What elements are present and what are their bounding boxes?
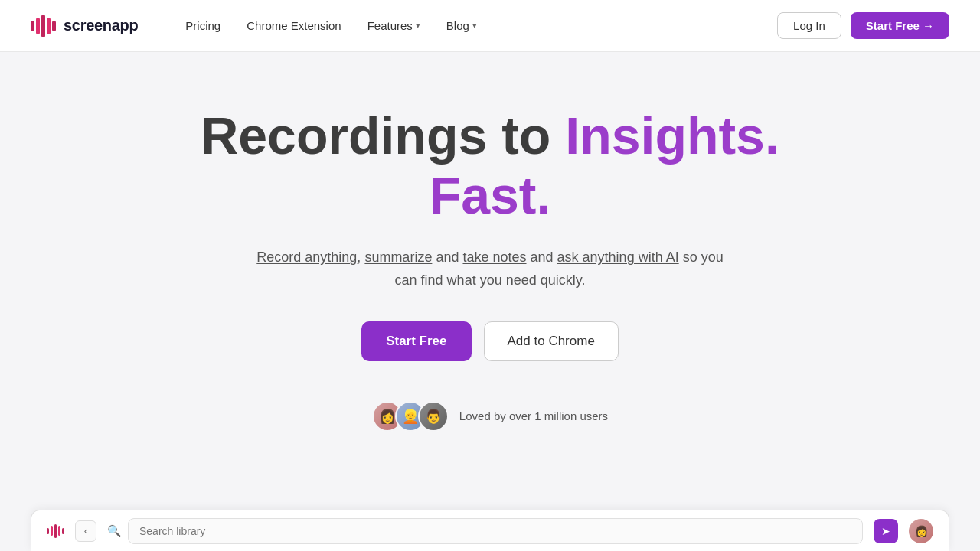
logo[interactable]: screenapp: [31, 15, 138, 37]
hero-title: Recordings to Insights. Fast.: [201, 106, 779, 225]
app-bar-bar-3: [54, 524, 57, 538]
hero-subtitle: Record anything, summarize and take note…: [253, 246, 727, 292]
ask-ai-link[interactable]: ask anything with AI: [557, 249, 679, 265]
take-notes-link[interactable]: take notes: [462, 249, 526, 265]
start-free-hero-button[interactable]: Start Free: [361, 321, 471, 361]
nav-item-chrome-extension[interactable]: Chrome Extension: [236, 13, 351, 38]
hero-title-purple2: Fast.: [430, 166, 551, 224]
app-bar-user-avatar: 👩: [909, 519, 933, 543]
app-bar-logo: [47, 524, 64, 538]
record-anything-link[interactable]: Record anything: [256, 249, 357, 265]
send-icon: ➤: [881, 525, 890, 537]
app-bar-bar-1: [47, 528, 49, 534]
nav-item-features[interactable]: Features ▾: [357, 13, 431, 38]
start-free-nav-button[interactable]: Start Free →: [851, 12, 949, 39]
social-proof: 👩 👱 👨 Loved by over 1 million users: [372, 401, 608, 432]
start-free-nav-label: Start Free →: [866, 19, 934, 32]
login-button[interactable]: Log In: [777, 12, 841, 39]
hero-title-dark: Recordings to: [201, 106, 550, 165]
logo-bar-4: [47, 18, 51, 34]
nav-item-features-label: Features: [368, 19, 413, 32]
app-bar-back-button[interactable]: ‹: [75, 520, 96, 542]
hero-title-purple1: Insights.: [565, 106, 779, 165]
nav-actions: Log In Start Free →: [777, 12, 949, 39]
social-proof-text: Loved by over 1 million users: [459, 409, 608, 422]
app-bar-bar-5: [62, 528, 64, 534]
avatar-face-3: 👨: [420, 403, 447, 430]
navbar: screenapp Pricing Chrome Extension Featu…: [0, 0, 980, 52]
app-bar-bar-2: [51, 526, 53, 536]
avatar-3: 👨: [418, 401, 449, 432]
logo-bar-3: [41, 15, 45, 37]
logo-icon: [31, 15, 56, 37]
features-chevron-icon: ▾: [416, 21, 420, 31]
summarize-link[interactable]: summarize: [364, 249, 432, 265]
logo-text: screenapp: [64, 17, 138, 34]
avatar-group: 👩 👱 👨: [372, 401, 449, 432]
hero-section: Recordings to Insights. Fast. Record any…: [0, 52, 980, 432]
logo-bar-1: [31, 21, 34, 31]
search-input[interactable]: [128, 518, 863, 544]
bottom-app-bar: ‹ 🔍 ➤ 👩: [31, 510, 949, 551]
search-row: 🔍: [107, 518, 863, 544]
send-button[interactable]: ➤: [874, 519, 898, 543]
nav-item-blog-label: Blog: [446, 19, 469, 32]
nav-item-pricing[interactable]: Pricing: [175, 13, 231, 38]
nav-item-chrome-label: Chrome Extension: [247, 19, 341, 32]
subtitle-and-2: and: [531, 249, 557, 265]
nav-item-pricing-label: Pricing: [185, 19, 220, 32]
nav-links: Pricing Chrome Extension Features ▾ Blog…: [175, 13, 777, 38]
blog-chevron-icon: ▾: [472, 21, 477, 31]
nav-item-blog[interactable]: Blog ▾: [436, 13, 488, 38]
hero-buttons: Start Free Add to Chrome: [361, 321, 619, 361]
back-icon: ‹: [84, 525, 87, 536]
app-bar-bar-4: [58, 526, 60, 536]
logo-bar-2: [36, 18, 40, 34]
subtitle-and-1: and: [436, 249, 462, 265]
add-to-chrome-button[interactable]: Add to Chrome: [484, 321, 619, 361]
search-icon: 🔍: [107, 524, 122, 538]
user-avatar-face: 👩: [915, 525, 928, 537]
logo-bar-5: [52, 21, 56, 31]
